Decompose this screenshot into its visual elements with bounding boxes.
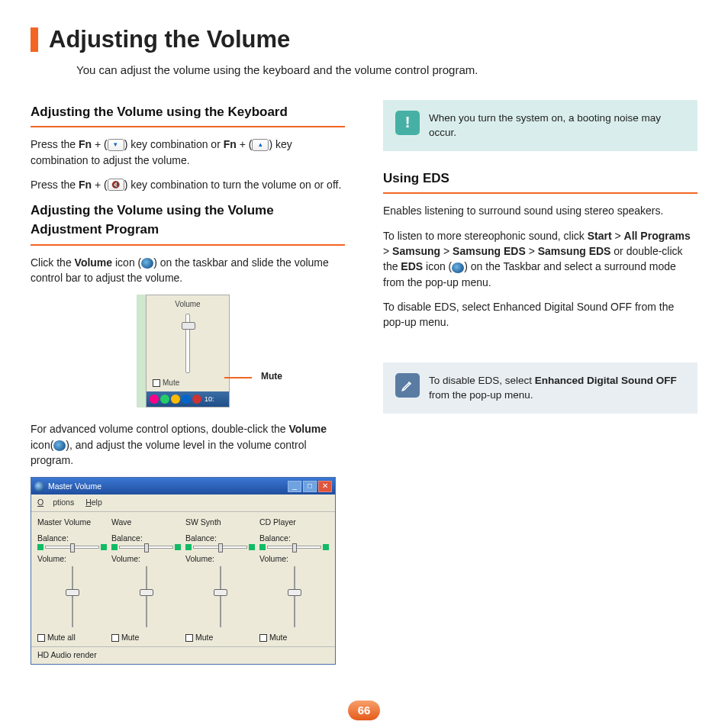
close-button[interactable]: ✕ xyxy=(318,481,332,492)
window-title: Master Volume xyxy=(48,481,101,492)
eds-para-2: To listen to more stereophonic sound, cl… xyxy=(383,228,697,290)
maximize-button[interactable]: □ xyxy=(303,481,317,492)
volume-popup-label: Volume xyxy=(153,299,223,311)
window-icon xyxy=(34,482,44,491)
rule xyxy=(31,126,345,127)
volume-popup-figure: Volume Mute 10: Mute xyxy=(31,295,345,407)
volume-label: Volume: xyxy=(259,553,329,565)
balance-label: Balance: xyxy=(37,533,107,544)
mute-checkbox[interactable] xyxy=(37,634,45,642)
volume-channel: CD PlayerBalance:Volume:Mute xyxy=(259,517,329,644)
balance-thumb[interactable] xyxy=(70,543,75,552)
vol-up-key-icon: ▴ xyxy=(252,139,269,151)
channel-name: Master Volume xyxy=(37,517,107,528)
rule xyxy=(383,192,697,194)
menu-help[interactable]: Help xyxy=(85,498,102,507)
tray-icon[interactable] xyxy=(150,395,159,404)
fn-key-label: Fn xyxy=(79,138,92,150)
balance-slider[interactable] xyxy=(185,544,255,550)
volume-thumb[interactable] xyxy=(288,589,301,596)
mute-row[interactable]: Mute xyxy=(185,632,255,643)
channel-name: SW Synth xyxy=(185,517,255,528)
volume-slider[interactable] xyxy=(216,566,225,627)
speaker-right-icon xyxy=(175,544,181,550)
callout-line xyxy=(224,377,252,378)
tray-icon[interactable] xyxy=(192,395,201,404)
page-number: 66 xyxy=(348,701,380,720)
speaker-right-icon xyxy=(249,544,255,550)
volume-slider[interactable] xyxy=(290,566,299,627)
tray-icon[interactable] xyxy=(160,395,169,404)
pencil-icon xyxy=(395,373,420,398)
mute-label: Mute all xyxy=(47,632,76,643)
eds-tray-icon xyxy=(452,263,464,273)
mute-row[interactable]: Mute xyxy=(111,632,181,643)
para-keyboard-2: Press the Fn + (🔇) key combination to tu… xyxy=(31,177,345,192)
speaker-left-icon xyxy=(111,544,118,550)
mute-checkbox[interactable] xyxy=(259,634,267,642)
menu-options[interactable]: Options xyxy=(37,498,74,507)
volume-channel: SW SynthBalance:Volume:Mute xyxy=(185,517,255,644)
para-program-2: For advanced volume control options, dou… xyxy=(31,421,345,468)
mute-row[interactable]: Mute xyxy=(259,632,329,643)
mute-callout-label: Mute xyxy=(261,370,282,383)
volume-slider-thumb[interactable] xyxy=(182,322,195,330)
balance-slider[interactable] xyxy=(37,544,107,550)
status-bar: HD Audio render xyxy=(31,646,335,663)
balance-thumb[interactable] xyxy=(218,543,223,552)
heading-program: Adjusting the Volume using the Volume Ad… xyxy=(31,201,345,239)
para-program-1: Click the Volume icon () on the taskbar … xyxy=(31,255,345,286)
channel-name: CD Player xyxy=(259,517,329,528)
page-title-row: Adjusting the Volume xyxy=(31,23,697,57)
mute-checkbox[interactable] xyxy=(153,379,160,387)
speaker-left-icon xyxy=(185,544,192,550)
mute-label: Mute xyxy=(269,632,287,643)
balance-label: Balance: xyxy=(111,533,181,544)
volume-slider[interactable] xyxy=(185,314,190,373)
title-accent-bar xyxy=(31,27,38,52)
right-column: ! When you turn the system on, a booting… xyxy=(383,100,697,665)
volume-channel: WaveBalance:Volume:Mute xyxy=(111,517,181,644)
speaker-right-icon xyxy=(101,544,107,550)
balance-thumb[interactable] xyxy=(292,543,297,552)
note-text: To disable EDS, select Enhanced Digital … xyxy=(429,373,685,403)
volume-tray-icon xyxy=(141,258,153,269)
warning-text: When you turn the system on, a booting n… xyxy=(429,111,685,140)
window-titlebar: Master Volume _ □ ✕ xyxy=(31,478,335,494)
balance-thumb[interactable] xyxy=(144,543,149,552)
master-volume-window: Master Volume _ □ ✕ Options Help Master … xyxy=(31,477,336,664)
volume-tray-icon xyxy=(53,440,66,451)
mute-key-icon: 🔇 xyxy=(108,179,124,191)
rule xyxy=(31,244,345,246)
tray-icon[interactable] xyxy=(171,395,180,404)
volume-slider[interactable] xyxy=(142,566,151,627)
mute-checkbox-row[interactable]: Mute xyxy=(153,378,223,389)
page-intro: You can adjust the volume using the keyb… xyxy=(76,62,697,79)
volume-label: Volume: xyxy=(111,553,181,565)
speaker-left-icon xyxy=(259,544,266,550)
volume-label: Volume: xyxy=(37,553,107,565)
left-column: Adjusting the Volume using the Keyboard … xyxy=(31,100,345,665)
heading-keyboard: Adjusting the Volume using the Keyboard xyxy=(31,103,345,122)
balance-label: Balance: xyxy=(185,533,255,544)
heading-eds: Using EDS xyxy=(383,169,697,188)
volume-thumb[interactable] xyxy=(214,589,227,596)
tray-icon[interactable] xyxy=(182,395,191,404)
mute-row[interactable]: Mute all xyxy=(37,632,107,643)
volume-popup: Volume Mute 10: Mute xyxy=(146,295,230,407)
eds-para-1: Enables listening to surround sound usin… xyxy=(383,203,697,218)
balance-slider[interactable] xyxy=(259,544,329,550)
note-callout: To disable EDS, select Enhanced Digital … xyxy=(383,362,697,414)
menu-bar: Options Help xyxy=(31,494,335,511)
mute-checkbox[interactable] xyxy=(111,634,119,642)
volume-thumb[interactable] xyxy=(66,589,79,596)
minimize-button[interactable]: _ xyxy=(288,481,301,492)
para-keyboard-1: Press the Fn + (▾) key combination or Fn… xyxy=(31,137,345,168)
balance-slider[interactable] xyxy=(111,544,181,550)
exclamation-icon: ! xyxy=(395,111,420,135)
channel-name: Wave xyxy=(111,517,181,528)
volume-slider[interactable] xyxy=(68,566,77,627)
mute-checkbox[interactable] xyxy=(185,634,193,642)
volume-thumb[interactable] xyxy=(140,589,153,596)
speaker-right-icon xyxy=(323,544,329,550)
